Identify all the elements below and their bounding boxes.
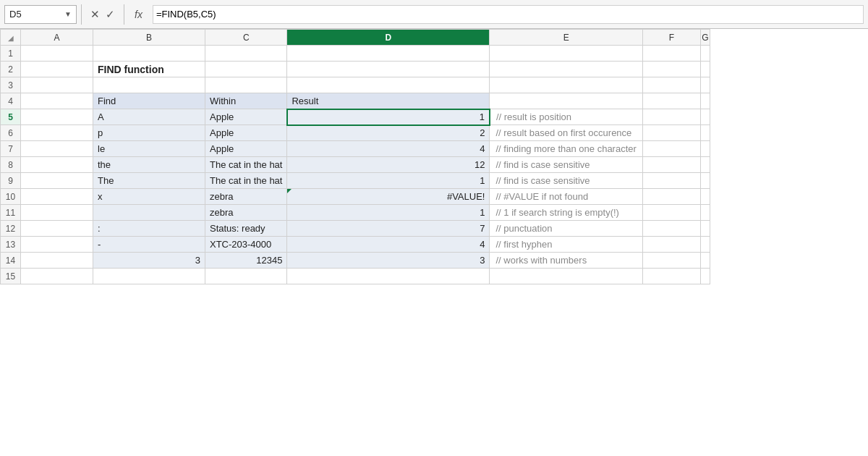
cell-e3[interactable] (490, 77, 642, 93)
cell-c8[interactable]: The cat in the hat (205, 157, 287, 173)
cell-a5[interactable] (21, 109, 93, 125)
cell-d12[interactable]: 7 (287, 221, 490, 237)
cell-c5[interactable]: Apple (205, 109, 287, 125)
col-header-b[interactable]: B (93, 30, 205, 46)
col-header-f[interactable]: F (642, 30, 700, 46)
cell-d10[interactable]: #VALUE! (287, 189, 490, 205)
cell-a13[interactable] (21, 237, 93, 253)
cell-a9[interactable] (21, 173, 93, 189)
cell-e7[interactable]: // finding more than one character (490, 141, 642, 157)
cell-e1[interactable] (490, 46, 642, 62)
cell-a2[interactable] (21, 62, 93, 77)
cell-g11[interactable] (700, 205, 710, 221)
cell-f8[interactable] (642, 157, 700, 173)
cell-c12[interactable]: Status: ready (205, 221, 287, 237)
cell-d2[interactable] (287, 62, 490, 77)
cell-f12[interactable] (642, 221, 700, 237)
col-header-g[interactable]: G (700, 30, 710, 46)
cell-a6[interactable] (21, 125, 93, 141)
cell-c15[interactable] (205, 269, 287, 284)
cell-d9[interactable]: 1 (287, 173, 490, 189)
cell-b8[interactable]: the (93, 157, 205, 173)
cell-c9[interactable]: The cat in the hat (205, 173, 287, 189)
cell-g14[interactable] (700, 253, 710, 269)
cell-e9[interactable]: // find is case sensitive (490, 173, 642, 189)
cell-c4-header[interactable]: Within (205, 93, 287, 109)
cell-b9[interactable]: The (93, 173, 205, 189)
cell-b13[interactable]: - (93, 237, 205, 253)
cell-c1[interactable] (205, 46, 287, 62)
cell-c6[interactable]: Apple (205, 125, 287, 141)
cancel-icon[interactable]: ✕ (90, 8, 100, 21)
cell-b14[interactable]: 3 (93, 253, 205, 269)
cell-d11[interactable]: 1 (287, 205, 490, 221)
cell-d8[interactable]: 12 (287, 157, 490, 173)
cell-e5[interactable]: // result is position (490, 109, 642, 125)
cell-b3[interactable] (93, 77, 205, 93)
formula-input[interactable] (153, 5, 864, 24)
cell-c10[interactable]: zebra (205, 189, 287, 205)
cell-b4-header[interactable]: Find (93, 93, 205, 109)
cell-e6[interactable]: // result based on first occurence (490, 125, 642, 141)
col-header-a[interactable]: A (21, 30, 93, 46)
cell-g15[interactable] (700, 269, 710, 284)
cell-f14[interactable] (642, 253, 700, 269)
cell-b7[interactable]: le (93, 141, 205, 157)
cell-c7[interactable]: Apple (205, 141, 287, 157)
cell-a3[interactable] (21, 77, 93, 93)
cell-g3[interactable] (700, 77, 710, 93)
cell-d14[interactable]: 3 (287, 253, 490, 269)
cell-f2[interactable] (642, 62, 700, 77)
cell-g12[interactable] (700, 221, 710, 237)
cell-e13[interactable]: // first hyphen (490, 237, 642, 253)
cell-g4[interactable] (700, 93, 710, 109)
cell-b15[interactable] (93, 269, 205, 284)
cell-g8[interactable] (700, 157, 710, 173)
cell-b1[interactable] (93, 46, 205, 62)
cell-b2-title[interactable]: FIND function (93, 62, 205, 77)
col-header-e[interactable]: E (490, 30, 642, 46)
cell-ref-dropdown-icon[interactable]: ▼ (64, 10, 72, 18)
cell-e10[interactable]: // #VALUE if not found (490, 189, 642, 205)
cell-b5[interactable]: A (93, 109, 205, 125)
cell-f9[interactable] (642, 173, 700, 189)
cell-d7[interactable]: 4 (287, 141, 490, 157)
cell-f5[interactable] (642, 109, 700, 125)
confirm-icon[interactable]: ✓ (106, 8, 115, 21)
cell-e11[interactable]: // 1 if search string is empty(!) (490, 205, 642, 221)
cell-f6[interactable] (642, 125, 700, 141)
cell-c14[interactable]: 12345 (205, 253, 287, 269)
col-header-d[interactable]: D (287, 30, 490, 46)
cell-a15[interactable] (21, 269, 93, 284)
cell-d1[interactable] (287, 46, 490, 62)
cell-f11[interactable] (642, 205, 700, 221)
cell-d5[interactable]: 1 (287, 109, 490, 125)
cell-e2[interactable] (490, 62, 642, 77)
cell-a1[interactable] (21, 46, 93, 62)
col-header-c[interactable]: C (205, 30, 287, 46)
cell-e12[interactable]: // punctuation (490, 221, 642, 237)
cell-reference-box[interactable]: D5 ▼ (4, 5, 77, 24)
cell-a11[interactable] (21, 205, 93, 221)
cell-g6[interactable] (700, 125, 710, 141)
cell-a12[interactable] (21, 221, 93, 237)
cell-g7[interactable] (700, 141, 710, 157)
cell-d15[interactable] (287, 269, 490, 284)
cell-a10[interactable] (21, 189, 93, 205)
cell-e14[interactable]: // works with numbers (490, 253, 642, 269)
cell-f10[interactable] (642, 189, 700, 205)
cell-c11[interactable]: zebra (205, 205, 287, 221)
cell-g9[interactable] (700, 173, 710, 189)
cell-e15[interactable] (490, 269, 642, 284)
cell-b10[interactable]: x (93, 189, 205, 205)
cell-b12[interactable]: : (93, 221, 205, 237)
cell-d6[interactable]: 2 (287, 125, 490, 141)
cell-a4[interactable] (21, 93, 93, 109)
cell-b6[interactable]: p (93, 125, 205, 141)
cell-b11[interactable] (93, 205, 205, 221)
cell-d13[interactable]: 4 (287, 237, 490, 253)
cell-g10[interactable] (700, 189, 710, 205)
cell-f4[interactable] (642, 93, 700, 109)
cell-a7[interactable] (21, 141, 93, 157)
cell-c2[interactable] (205, 62, 287, 77)
